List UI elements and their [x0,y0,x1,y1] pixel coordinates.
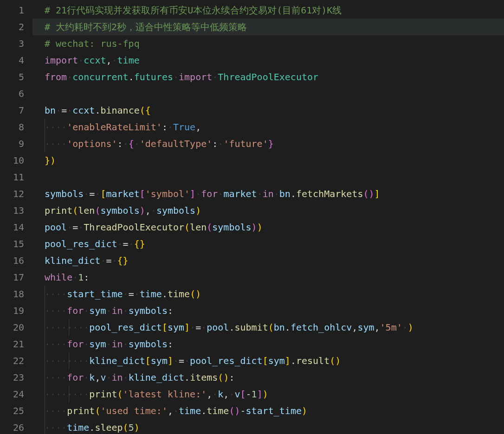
code-line[interactable] [32,169,504,185]
code-token-punct2: ( [218,372,223,383]
code-line[interactable]: ····start_time·=·time.time() [32,286,504,302]
whitespace-marker: · [78,55,84,66]
whitespace-marker: · [123,338,129,350]
code-token-punct2: { [117,255,123,266]
code-token-var: fetch_ohlcv [291,322,352,333]
code-token-var: symbols [129,305,168,316]
line-number: 23 [5,369,24,386]
code-line[interactable]: bn·=·ccxt.binance({ [32,102,504,119]
code-line[interactable]: ····'enableRateLimit':·True, [32,119,504,135]
code-line[interactable]: pool·=·ThreadPoolExecutor(len(symbols)) [32,219,504,236]
whitespace-marker: · [173,71,179,83]
code-token-op: = [106,255,111,266]
whitespace-marker: · [134,138,140,149]
code-token-comment: # 21行代码实现并发获取所有币安U本位永续合约交易对(目前61对)K线 [45,5,342,16]
code-line[interactable]: pool_res_dict·=·{} [32,236,504,252]
code-line[interactable]: ····for·sym·in·symbols: [32,302,504,319]
code-token-punct3: ( [207,222,212,233]
code-area[interactable]: # 21行代码实现并发获取所有币安U本位永续合约交易对(目前61对)K线# 大约… [32,0,504,434]
code-token-func: time [168,288,190,300]
code-token-mod: ccxt [84,55,106,66]
line-number: 18 [5,286,24,302]
whitespace-marker: · [72,272,78,283]
code-token-op: - [246,389,252,400]
code-line[interactable]: ····for·sym·in·symbols: [32,336,504,352]
code-line[interactable]: # 大约耗时不到2秒，适合中性策略等中低频策略 [32,19,504,35]
code-token-string: '5m' [380,322,402,333]
whitespace-marker: ···· [45,372,67,383]
code-token-punct2: { [145,105,151,116]
code-token-var: symbols [100,205,139,216]
code-line[interactable]: # wechat: rus-fpq [32,35,504,52]
line-number: 9 [5,135,24,152]
code-token-var: v [234,389,240,400]
code-token-punct2: ( [140,105,145,116]
whitespace-marker: · [173,355,179,366]
code-token-punct3: ] [190,188,195,199]
code-token-punct2: ( [184,222,190,233]
code-line[interactable]: print(len(symbols),·symbols) [32,202,504,219]
code-token-punct: , [223,389,229,400]
code-token-punct: , [95,372,100,383]
code-token-string: 'symbol' [145,188,190,199]
whitespace-marker: · [106,372,111,383]
line-number: 25 [5,402,24,419]
code-token-func: submit [234,322,268,333]
code-token-var: bn [274,322,285,333]
code-token-punct2: ( [268,322,274,333]
whitespace-marker: · [106,305,111,316]
code-token-func: sleep [95,422,123,433]
code-token-mod: ThreadPoolExecutor [218,71,318,83]
line-number: 20 [5,319,24,336]
code-token-op: = [89,188,95,199]
code-token-punct: . [291,355,296,366]
whitespace-marker: · [84,338,89,350]
code-token-func: ThreadPoolExecutor [84,222,184,233]
line-number: 6 [5,85,24,102]
code-token-func: len [190,222,207,233]
code-line[interactable]: from·concurrent.futures·import·ThreadPoo… [32,69,504,85]
code-line[interactable]: while·1: [32,269,504,286]
code-line[interactable]: ····for·k,v·in·kline_dict.items(): [32,369,504,386]
line-number: 22 [5,352,24,369]
whitespace-marker: · [100,255,106,266]
whitespace-marker: ···· [45,422,67,433]
code-token-var: time [179,405,201,416]
code-line[interactable]: }) [32,152,504,169]
code-token-var: sym [89,338,106,350]
code-token-punct2: [ [100,188,106,199]
code-token-punct2: ) [134,422,140,433]
code-line[interactable]: ········pool_res_dict[sym]·=·pool.submit… [32,319,504,336]
code-line[interactable]: kline_dict·=·{} [32,252,504,269]
code-line[interactable]: ····'options':·{·'defaultType':·'future'… [32,135,504,152]
code-token-punct3: ( [95,205,100,216]
code-token-var: kline_dict [89,355,145,366]
whitespace-marker: · [195,188,201,199]
code-token-op: = [123,238,129,249]
code-line[interactable] [32,85,504,102]
whitespace-marker: · [129,238,134,249]
code-line[interactable]: ····time.sleep(5) [32,419,504,434]
code-token-punct: . [162,288,168,300]
code-line[interactable]: ········kline_dict[sym]·=·pool_res_dict[… [32,352,504,369]
whitespace-marker: · [212,389,218,400]
code-token-comment: # wechat: rus-fpq [45,38,140,49]
line-number: 12 [5,185,24,202]
line-number: 16 [5,252,24,269]
code-token-punct2: ] [184,322,190,333]
whitespace-marker: · [218,188,223,199]
whitespace-marker: · [123,288,129,300]
code-line[interactable]: ········print('latest kline:',·k,·v[-1]) [32,386,504,402]
code-token-punct2: ) [408,322,414,333]
code-token-punct: , [168,405,173,416]
code-line[interactable]: ····print('used time:',·time.time()-star… [32,402,504,419]
code-editor[interactable]: 1234567891011121314151617181920212223242… [0,0,504,434]
code-line[interactable]: # 21行代码实现并发获取所有币安U本位永续合约交易对(目前61对)K线 [32,2,504,19]
code-line[interactable]: import·ccxt,·time [32,52,504,69]
code-token-var: time [67,422,89,433]
code-token-var: bn [45,105,56,116]
code-line[interactable]: symbols·=·[market['symbol']·for·market·i… [32,185,504,202]
code-token-punct3: } [268,138,274,149]
line-number: 24 [5,386,24,402]
code-token-string: 'future' [223,138,268,149]
